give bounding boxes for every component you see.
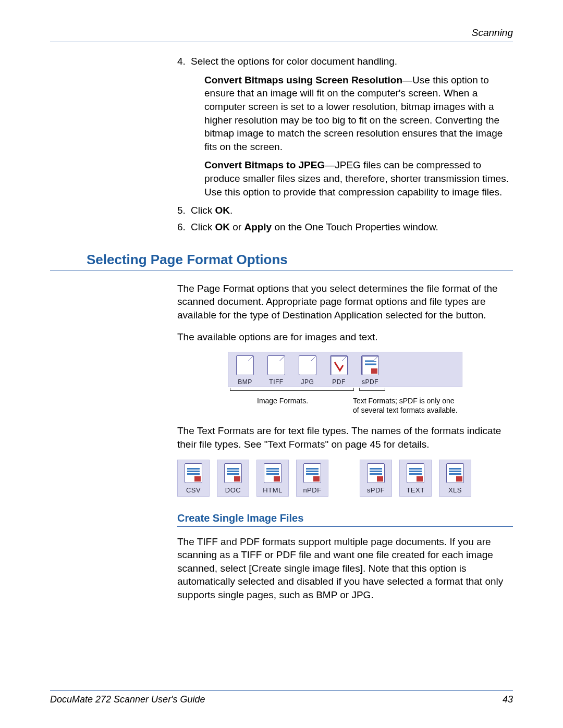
text-icon	[407, 463, 424, 483]
image-formats-figure: BMP TIFF JPG PDF sPDF Image Formats. Tex…	[228, 352, 462, 415]
format-tile-pdf: PDF	[325, 355, 352, 386]
step-4-para-1: Convert Bitmaps using Screen Resolution—…	[204, 73, 513, 154]
format-label: JPG	[301, 378, 314, 386]
step-6-pre: Click	[191, 221, 215, 232]
section1-p2: The available options are for images and…	[177, 330, 513, 344]
step-5-pre: Click	[191, 205, 215, 216]
jpg-icon	[299, 355, 316, 375]
section-rule	[50, 270, 513, 270]
step-number: 4.	[177, 55, 186, 68]
step-6-b2: Apply	[244, 221, 272, 232]
bracket-left	[230, 390, 354, 396]
pdf-icon	[330, 355, 348, 375]
bracket-row	[228, 390, 462, 396]
spdf-icon	[367, 463, 385, 483]
format-tile-tiff: TIFF	[263, 355, 290, 386]
svg-rect-0	[331, 356, 348, 375]
step-number: 6.	[177, 220, 186, 234]
doc-icon	[224, 463, 242, 483]
step-4-p1-rest: —Use this option to ensure that an image…	[204, 75, 503, 152]
format-label: sPDF	[362, 378, 378, 386]
section1-p3: The Text Formats are for text file types…	[177, 424, 513, 451]
csv-icon	[185, 463, 202, 483]
text-formats-figure: CSV DOC HTML nPDF sPDF TEXT XLS	[177, 460, 513, 497]
tiff-icon	[267, 355, 285, 375]
step-4-lead: Select the options for color document ha…	[191, 56, 397, 67]
caption-image-formats: Image Formats.	[228, 397, 353, 415]
format-label: TEXT	[406, 486, 424, 494]
bracket-right	[359, 390, 385, 396]
format-tile-doc: DOC	[217, 460, 249, 497]
header-section-label: Scanning	[50, 27, 513, 42]
caption-row: Image Formats. Text Formats; sPDF is onl…	[228, 397, 462, 415]
step-4-p1-bold: Convert Bitmaps using Screen Resolution	[204, 75, 402, 85]
format-tile-html: HTML	[256, 460, 289, 497]
step-6-b1: OK	[215, 221, 230, 232]
format-tile-npdf: nPDF	[296, 460, 328, 497]
step-number: 5.	[177, 204, 186, 217]
step-6: 6. Click OK or Apply on the One Touch Pr…	[177, 220, 513, 234]
page-footer: DocuMate 272 Scanner User's Guide 43	[50, 690, 513, 705]
step-6-mid: or	[230, 221, 244, 232]
step-4-p2-bold: Convert Bitmaps to JPEG	[204, 159, 325, 170]
section2-p1: The TIFF and PDF formats support multipl…	[177, 535, 513, 602]
subsection-rule	[177, 526, 513, 527]
text-formats-row-a: CSV DOC HTML nPDF	[177, 460, 328, 497]
format-tile-bmp: BMP	[231, 355, 259, 386]
format-label: TIFF	[269, 378, 283, 386]
footer-rule	[50, 690, 513, 691]
header-rule	[50, 42, 513, 42]
text-formats-row-b: sPDF TEXT XLS	[360, 460, 471, 497]
html-icon	[264, 463, 282, 483]
format-tile-csv: CSV	[177, 460, 210, 497]
format-label: PDF	[332, 378, 346, 386]
format-label: HTML	[263, 486, 282, 494]
format-label: DOC	[225, 486, 241, 494]
subsection-heading-single-image: Create Single Image Files	[177, 512, 513, 524]
step-5: 5. Click OK.	[177, 204, 513, 217]
npdf-icon	[303, 463, 321, 483]
step-4: 4. Select the options for color document…	[177, 55, 513, 199]
format-label: CSV	[186, 486, 201, 494]
svg-rect-4	[371, 368, 377, 374]
bmp-icon	[236, 355, 254, 375]
step-5-post: .	[230, 205, 232, 216]
format-tile-xls: XLS	[439, 460, 471, 497]
format-label: nPDF	[303, 486, 321, 494]
format-label: sPDF	[367, 486, 385, 494]
step-5-bold: OK	[215, 205, 230, 216]
spdf-icon	[361, 355, 379, 375]
format-label: BMP	[238, 378, 252, 386]
format-tile-spdf: sPDF	[357, 355, 384, 386]
format-tile-spdf2: sPDF	[360, 460, 392, 497]
format-label: XLS	[448, 486, 462, 494]
step-4-para-2: Convert Bitmaps to JPEG—JPEG files can b…	[204, 158, 513, 199]
section1-p1: The Page Format options that you select …	[177, 282, 513, 322]
format-tile-text: TEXT	[399, 460, 432, 497]
footer-doc-title: DocuMate 272 Scanner User's Guide	[50, 694, 205, 705]
caption-text-formats: Text Formats; sPDF is only one of severa…	[353, 397, 462, 415]
footer-page-number: 43	[503, 694, 513, 705]
xls-icon	[446, 463, 464, 483]
image-formats-row: BMP TIFF JPG PDF sPDF	[228, 352, 462, 387]
format-tile-jpg: JPG	[294, 355, 321, 386]
section-heading-page-format: Selecting Page Format Options	[87, 252, 513, 268]
steps-list: 4. Select the options for color document…	[177, 55, 513, 234]
step-6-post: on the One Touch Properties window.	[272, 221, 438, 232]
